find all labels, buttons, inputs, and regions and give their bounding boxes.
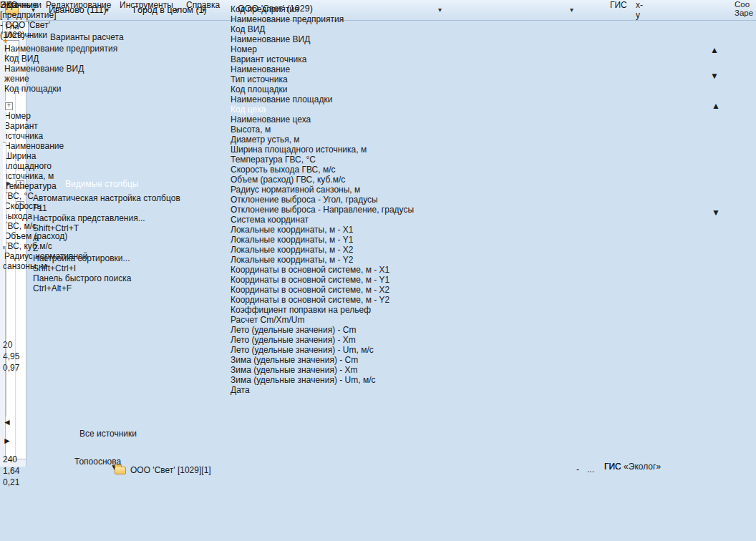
column-header-name[interactable]: Наименование (3, 141, 133, 151)
columns-menu-item[interactable]: Отклонение выброса - Угол, градусы (231, 195, 462, 205)
table-cell[interactable]: 20 (3, 340, 71, 351)
table-cell[interactable] (3, 294, 53, 306)
annotation-box-column-chooser (30, 140, 47, 179)
column-header-num[interactable]: Номер (3, 111, 50, 121)
columns-menu-item[interactable]: Локальные координаты, м - Y2 (231, 255, 462, 265)
table-cell[interactable]: 0,97 (3, 363, 72, 374)
columns-menu-item[interactable]: Лето (удельные значения) - Um, м/с (231, 345, 462, 355)
table-cell[interactable]: 4,95 (3, 351, 49, 363)
scroll-up-icon[interactable]: ▲ (710, 45, 722, 55)
columns-menu-item[interactable]: Локальные координаты, м - X1 (231, 225, 462, 235)
columns-menu-item[interactable]: Наименование площадки (231, 94, 462, 104)
columns-menu-item[interactable]: Радиус нормативной санзоны, м (231, 185, 462, 195)
columns-menu-item[interactable]: Код цеха (231, 104, 462, 114)
columns-menu-item[interactable]: Объем (расход) ГВС, куб.м/с (231, 175, 462, 185)
scroll-up-icon[interactable]: ▲ (712, 101, 723, 111)
columns-menu-item[interactable]: Наименование цеха (231, 114, 462, 125)
columns-menu-item[interactable]: Система координат (231, 215, 462, 225)
scroll-down-icon[interactable]: ▼ (710, 71, 722, 81)
gis-ecolog-button[interactable]: ГИС ГИС «Эколог» (604, 462, 707, 481)
columns-menu-item-label: Локальные координаты, м - Y1 (231, 235, 462, 245)
columns-menu-item-label: Координаты в основной системе, м - Y2 (231, 295, 462, 305)
columns-menu-item-label: Отклонение выброса - Направление, градус… (231, 205, 462, 215)
attributes-scrollbar[interactable]: ▲ ▼ (710, 45, 722, 99)
annotation-box-kod-tseha (228, 137, 460, 165)
columns-menu-item-label: Зима (удельные значения) - Um, м/с (231, 375, 462, 385)
table-caret-icon[interactable] (570, 4, 573, 14)
table-cell[interactable] (3, 306, 134, 317)
columns-menu-item[interactable]: Дата (231, 385, 462, 395)
browse-button[interactable]: ... (587, 464, 600, 477)
columns-menu-item[interactable]: Координаты в основной системе, м - X2 (231, 285, 462, 295)
annotation-box-visible-columns (113, 180, 228, 198)
columns-menu-item-label: Радиус нормативной санзоны, м (231, 185, 462, 195)
columns-menu-item[interactable]: Координаты в основной системе, м - X1 (231, 265, 462, 275)
menu-item-label: Настройка сортировки... (33, 253, 231, 263)
columns-menu-item[interactable]: Код ВИД (231, 24, 462, 34)
columns-menu-item-label: Зима (удельные значения) - Cm (231, 355, 462, 365)
columns-menu-item-label: Скорость выхода ГВС, м/с (231, 165, 462, 175)
tab-calc-variants[interactable]: Варианты расчета (50, 32, 126, 42)
table-cell[interactable] (3, 374, 98, 386)
columns-menu-item[interactable]: Зима (удельные значения) - Cm (231, 355, 462, 365)
columns-menu-item-label: Локальные координаты, м - X1 (231, 225, 462, 235)
columns-menu-item[interactable]: Зима (удельные значения) - Xm (231, 365, 462, 375)
columns-menu-item-label: Тип источника (231, 74, 462, 84)
tab-all-sources[interactable]: Все источники (79, 429, 173, 442)
gis-icon[interactable]: ГИС (610, 0, 627, 10)
columns-menu-item[interactable]: Коэффициент поправки на рельеф (231, 305, 462, 315)
columns-menu-item[interactable]: Наименование предприятия (231, 14, 462, 24)
menu-item-shortcut: Shift+Ctrl+I (33, 263, 231, 273)
menu-item-shortcut: Ctrl+Alt+F (33, 283, 231, 293)
columns-menu-item-label: Наименование цеха (231, 114, 462, 125)
columns-menu-item[interactable]: Наименование ВИД (231, 34, 462, 44)
columns-menu-item[interactable]: Код предприятия (231, 4, 462, 14)
column-header-label: Вариант источника (3, 121, 44, 141)
undo-caret-icon[interactable] (175, 4, 178, 14)
columns-menu-item[interactable]: Код площадки (231, 84, 462, 94)
columns-menu-item[interactable]: Тип источника (231, 74, 462, 84)
remove-topo-button[interactable]: - (576, 464, 586, 477)
columns-menu-item[interactable]: Отклонение выброса - Направление, градус… (231, 205, 462, 215)
columns-menu-item-label: Лето (удельные значения) - Cm (231, 325, 462, 335)
columns-menu-item[interactable]: Номер (231, 44, 462, 54)
scroll-down-icon[interactable]: ▼ (712, 208, 723, 218)
columns-menu-item[interactable]: Лето (удельные значения) - Xm (231, 335, 462, 345)
column-header-variant[interactable]: Вариант источника (3, 121, 52, 141)
combo-value: ООО 'Свет' [1029][1] (130, 465, 211, 475)
sort-az-icon: AZ (33, 233, 231, 253)
columns-menu-item[interactable]: Наименование (231, 64, 462, 74)
menu-item[interactable]: AZНастройка сортировки...Shift+Ctrl+I (33, 233, 231, 273)
columns-menu-item[interactable]: Координаты в основной системе, м - Y2 (231, 295, 462, 305)
columns-menu-item-label: Номер (231, 44, 462, 54)
xy-coordinates-icon[interactable]: x-y (636, 0, 643, 20)
columns-menu-item[interactable]: Скорость выхода ГВС, м/с (231, 165, 462, 175)
table-cell[interactable] (3, 328, 70, 340)
columns-menu-item[interactable]: Локальные координаты, м - Y1 (231, 235, 462, 245)
columns-menu-item[interactable]: Зима (удельные значения) - Um, м/с (231, 375, 462, 385)
columns-menu-item[interactable]: Координаты в основной системе, м - Y1 (231, 275, 462, 285)
menu-item[interactable]: Панель быстрого поискаCtrl+Alt+F (33, 273, 231, 293)
tab-sources[interactable]: Источники (6, 30, 49, 42)
columns-menu-item[interactable]: Вариант источника (231, 54, 462, 64)
menu-tools[interactable]: Инструменты (120, 0, 173, 10)
columns-menu-item-label: Отклонение выброса - Угол, градусы (231, 195, 462, 205)
cell-value: 240 (3, 454, 17, 464)
columns-menu-item[interactable]: Лето (удельные значения) - Cm (231, 325, 462, 335)
columns-menu-item-label: Зима (удельные значения) - Xm (231, 365, 462, 375)
menu-help[interactable]: Справка (186, 0, 220, 10)
table-cell[interactable]: 240 (3, 454, 71, 466)
menu-edit[interactable]: Редактирование (46, 0, 111, 10)
expand-icon[interactable]: + (5, 102, 13, 110)
columns-menu-item[interactable]: Высота, м (231, 125, 462, 135)
columns-menu-item-label: Локальные координаты, м - Y2 (231, 255, 462, 265)
menu-item[interactable]: Настройка представления...Shift+Ctrl+T (33, 213, 231, 233)
menu-data[interactable]: Данные (6, 0, 37, 10)
menu-item-label: Настройка представления... (33, 213, 231, 223)
visible-columns-menu: Код предприятияНаименование предприятияК… (231, 4, 462, 541)
table-vscrollbar[interactable]: ▲ ▼ (712, 101, 723, 416)
columns-menu-item[interactable]: Расчет Cm/Xm/Um (231, 315, 462, 325)
columns-menu-item-label: Координаты в основной системе, м - X1 (231, 265, 462, 275)
table-cell[interactable] (3, 397, 51, 409)
columns-menu-item[interactable]: Локальные координаты, м - X2 (231, 245, 462, 255)
